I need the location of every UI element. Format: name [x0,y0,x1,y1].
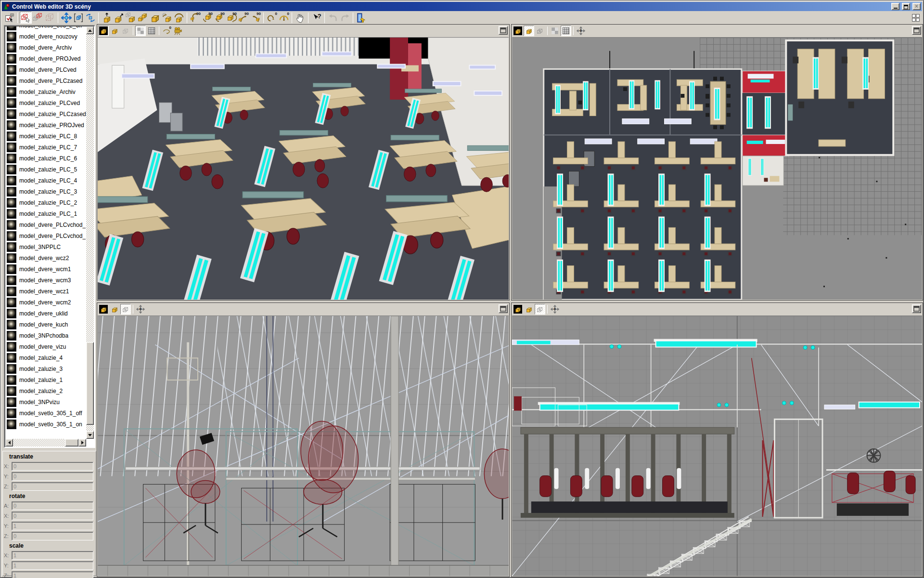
model-list-item[interactable]: model_dvere_uklid [5,308,86,319]
hscroll-thumb[interactable] [65,439,78,447]
model-list-item[interactable]: model_zaluzie_PLC_1 [5,208,86,219]
model-list-item[interactable]: model_dvere_PLCvchod_ [5,219,86,230]
maximize-button[interactable] [902,3,910,10]
model-list-item[interactable]: model_dvere_PLCvchod_ [5,230,86,241]
viewport-maximize-button[interactable] [499,304,508,313]
toolbar-frame-object-button[interactable] [72,12,84,24]
view-top-plan-shade-solid-button[interactable] [524,26,534,36]
toolbar-move-view-button[interactable] [60,12,72,24]
model-list-item[interactable]: model_dvere_wcz1 [5,286,86,297]
model-list-item[interactable]: model_zaluzie_Archiv [5,86,86,97]
model-list-item[interactable]: model_zaluzie_PLCved [5,97,86,108]
model-list-item[interactable]: model_dvere_nouzovy [5,31,86,42]
model-list-item[interactable]: model_zaluzie_PROJved [5,119,86,131]
model-list-item[interactable]: model_zaluzie_PLCzased [5,108,86,119]
view-top-plan-background-checker-button[interactable] [550,26,560,36]
view-top-plan-shade-textured-button[interactable] [513,26,523,36]
scale-x-input[interactable] [12,551,93,560]
model-list-item[interactable]: model_3NPPLC [5,241,86,252]
model-list-item[interactable]: model_zaluzie_PLC_4 [5,175,86,186]
view-perspective-camera-button[interactable] [172,26,183,36]
toolbar-exit-editor-button[interactable] [355,12,367,24]
toolbar-rotate-view-button[interactable] [84,12,96,24]
model-list-item[interactable]: model_zaluzie_PLC_7 [5,142,86,153]
toolbar-orbit-object-button[interactable] [161,12,173,24]
horizontal-scrollbar[interactable] [5,439,86,447]
close-button[interactable]: × [912,3,921,10]
view-perspective-view-orbit-button[interactable]: 0 [161,26,172,36]
scroll-up-button[interactable] [86,26,94,34]
viewport-maximize-button[interactable] [912,26,921,35]
toolbar-place-object-button[interactable] [149,12,161,24]
model-listbox[interactable]: model_svetlo_305_2_offmodel_dvere_nouzov… [4,25,95,448]
model-list-item[interactable]: model_3NPchodba [5,330,86,341]
model-list-item[interactable]: model_dvere_wcm3 [5,275,86,286]
view-perspective-background-checker-button[interactable] [135,26,146,36]
toolbar-translate-y-button[interactable] [101,12,113,24]
model-list-item[interactable]: model_zaluzie_PLC_5 [5,164,86,175]
toolbar-wireframe-compare-button[interactable] [32,12,44,24]
view-perspective-grid-toggle-button[interactable] [146,26,157,36]
minimize-button[interactable] [891,3,899,10]
model-list-item[interactable]: model_3NPvizu [5,396,86,407]
toolbar-duplicate-object-button[interactable] [137,12,149,24]
view-front-elevation-shade-textured-button[interactable] [98,304,109,315]
model-list-item[interactable]: model_dvere_Archiv [5,42,86,53]
model-list-item[interactable]: model_dvere_PLCved [5,64,86,75]
model-list-item[interactable]: model_dvere_wcm2 [5,297,86,308]
model-list-item[interactable]: model_dvere_PLCzased [5,75,86,86]
view-front-elevation-shade-wireframe-button[interactable] [120,304,131,315]
toolbar-reset-rotation-button[interactable]: 0 [266,12,278,24]
model-list-item[interactable]: model_zaluzie_PLC_2 [5,197,86,208]
toolbar-translate-wire-button[interactable] [125,12,137,24]
view-top-plan-view-pan-button[interactable]: 0 [576,26,586,36]
translate-x-input[interactable] [12,462,93,471]
model-list-item[interactable]: model_zaluzie_PLC_3 [5,186,86,197]
view-top-plan-grid-toggle-button[interactable] [561,26,571,36]
view-front-elevation-shade-solid-button[interactable] [109,304,120,315]
translate-y-input[interactable] [12,472,93,481]
view-perspective-shade-textured-button[interactable] [98,26,109,36]
model-list-item[interactable]: model_dvere_wcz2 [5,252,86,263]
model-list-item[interactable]: model_zaluzie_1 [5,374,86,385]
view-top-plan-shade-wireframe-button[interactable] [535,26,545,36]
model-list-item[interactable]: model_dvere_vizu [5,341,86,352]
toolbar-viewport-layout-button[interactable] [910,12,922,24]
vscroll-thumb[interactable] [86,342,94,425]
scroll-left-button[interactable] [5,439,13,447]
model-list-item[interactable]: model_svetlo_305_2_off [5,26,86,31]
rotate-a-input[interactable] [12,501,93,510]
toolbar-rotate-ccw-90-button[interactable]: 90 [249,12,261,24]
model-list-item[interactable]: model_zaluzie_PLC_6 [5,153,86,164]
model-list-item[interactable]: model_zaluzie_3 [5,363,86,374]
toolbar-wireframe-edit-button[interactable] [20,12,32,24]
view-front-elevation-view-pan-button[interactable]: 0 [135,304,146,315]
wireframe-section-canvas[interactable] [512,316,922,576]
view-side-section-view-pan-button[interactable]: 0 [550,304,560,315]
model-list-item[interactable]: model_svetlo_305_1_on [5,419,86,430]
perspective-render-canvas[interactable] [98,38,509,300]
toolbar-rotate-x-90-button[interactable]: 90 [201,12,213,24]
wireframe-elevation-canvas[interactable] [98,316,509,576]
viewport-maximize-button[interactable] [912,304,921,313]
scale-y-input[interactable] [12,561,93,570]
toolbar-pan-hand-button[interactable] [294,12,306,24]
model-list-item[interactable]: model_zaluzie_4 [5,352,86,363]
view-perspective-shade-solid-button[interactable] [109,26,120,36]
scale-z-input[interactable] [12,571,93,578]
vertical-scrollbar[interactable] [86,26,94,439]
model-list-item[interactable]: model_dvere_PROJved [5,53,86,64]
view-side-section-shade-solid-button[interactable] [524,304,534,315]
model-list-item[interactable]: model_svetlo_305_1_off [5,407,86,419]
model-list-item[interactable]: model_dvere_wcm1 [5,263,86,275]
scroll-right-button[interactable] [78,439,86,447]
toolbar-select-objects-button[interactable] [3,12,15,24]
toolbar-translate-free-button[interactable] [113,12,125,24]
toolbar-rotate-y-90-button[interactable]: 90 [213,12,225,24]
rotate-z-input[interactable] [12,532,93,540]
model-list-item[interactable]: model_dvere_kuch [5,319,86,330]
toolbar-rotate-up-90-button[interactable]: 90 [189,12,201,24]
model-list-item[interactable]: model_zaluzie_2 [5,385,86,396]
toolbar-context-help-button[interactable]: ? [310,12,322,24]
rotate-x-input[interactable] [12,512,93,520]
